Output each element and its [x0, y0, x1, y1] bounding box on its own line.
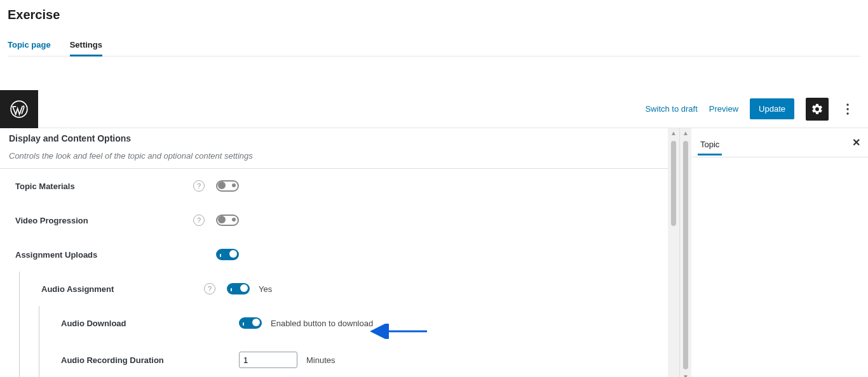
section-heading: Display and Content Options	[0, 128, 668, 145]
tab-topic-page[interactable]: Topic page	[8, 34, 51, 56]
more-options-button[interactable]	[840, 98, 855, 121]
option-audio-recording-duration: Audio Recording Duration Minutes	[39, 340, 668, 377]
close-icon: ✕	[852, 137, 860, 148]
audio-download-description: Enabled button to download	[271, 319, 373, 328]
update-button[interactable]: Update	[750, 98, 794, 119]
close-inspector-button[interactable]: ✕	[844, 129, 868, 156]
scroll-up-icon: ▲	[670, 129, 677, 136]
option-topic-materials: Topic Materials ?	[0, 169, 668, 203]
wordpress-logo[interactable]	[0, 90, 38, 128]
option-audio-download: Audio Download Enabled button to downloa…	[39, 306, 668, 340]
inspector-scrollbar[interactable]: ▲ ▼	[680, 128, 691, 377]
help-icon[interactable]: ?	[193, 180, 205, 192]
page-title: Exercise	[8, 8, 860, 22]
svg-point-2	[846, 108, 848, 110]
video-progression-label: Video Progression	[15, 216, 193, 225]
option-assignment-uploads: Assignment Uploads	[0, 237, 668, 272]
settings-button[interactable]	[806, 98, 829, 121]
option-audio-assignment: Audio Assignment ? Yes	[20, 272, 668, 306]
tab-settings[interactable]: Settings	[70, 34, 102, 56]
audio-assignment-label: Audio Assignment	[35, 284, 204, 294]
option-video-progression: Video Progression ?	[0, 203, 668, 237]
audio-assignment-toggle[interactable]	[227, 283, 250, 294]
audio-assignment-value: Yes	[259, 284, 272, 294]
audio-download-toggle[interactable]	[239, 317, 262, 329]
inspector-tab-topic[interactable]: Topic	[691, 131, 728, 155]
help-icon[interactable]: ?	[193, 215, 205, 226]
main-content-scroll[interactable]: Display and Content Options Controls the…	[0, 128, 668, 377]
preview-link[interactable]: Preview	[709, 104, 738, 114]
section-description: Controls the look and feel of the topic …	[0, 145, 668, 169]
wordpress-icon	[10, 100, 28, 118]
vertical-dots-icon	[846, 103, 849, 115]
top-tabs: Topic page Settings	[8, 34, 860, 56]
audio-recording-duration-input[interactable]	[239, 352, 297, 368]
audio-recording-duration-unit: Minutes	[306, 355, 336, 365]
inspector-panel: Topic ✕	[691, 128, 868, 377]
svg-point-3	[846, 112, 848, 114]
main-scrollbar[interactable]: ▲	[668, 128, 679, 377]
svg-point-1	[846, 103, 848, 105]
scroll-down-icon: ▼	[682, 373, 689, 377]
assignment-uploads-toggle[interactable]	[216, 249, 239, 260]
gear-icon	[811, 103, 824, 116]
assignment-uploads-label: Assignment Uploads	[15, 250, 193, 260]
topic-materials-label: Topic Materials	[15, 182, 193, 191]
switch-to-draft-link[interactable]: Switch to draft	[645, 104, 697, 114]
topic-materials-toggle[interactable]	[216, 180, 239, 192]
help-icon[interactable]: ?	[204, 283, 215, 294]
scroll-up-icon: ▲	[682, 129, 689, 136]
annotation-arrow	[366, 324, 430, 339]
editor-top-bar: Switch to draft Preview Update	[0, 90, 868, 128]
audio-recording-duration-label: Audio Recording Duration	[55, 355, 239, 365]
video-progression-toggle[interactable]	[216, 215, 239, 226]
audio-download-label: Audio Download	[55, 319, 239, 328]
